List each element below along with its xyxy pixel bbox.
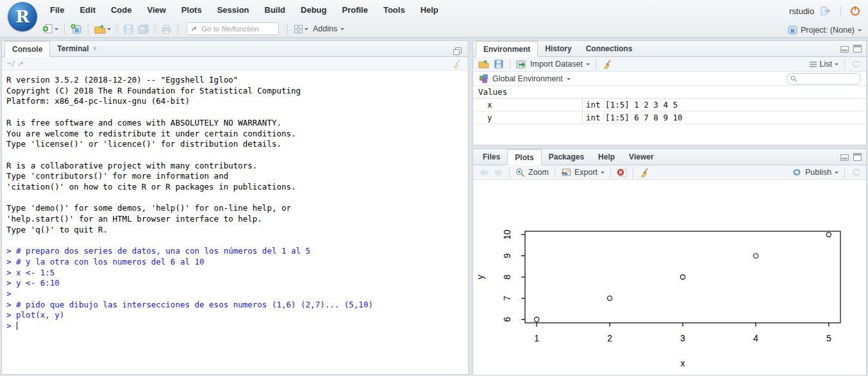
plots-tab-packages[interactable]: Packages xyxy=(542,149,591,165)
global-environment-selector[interactable]: Global Environment xyxy=(478,72,572,86)
clear-environment-button[interactable] xyxy=(601,57,613,71)
separator xyxy=(64,24,65,35)
menu-item-debug[interactable]: Debug xyxy=(293,5,334,15)
environment-values: xint [1:5] 1 2 3 4 5yint [1:5] 6 7 8 9 1… xyxy=(473,99,866,124)
save-all-button[interactable] xyxy=(137,22,150,36)
env-var-row-x[interactable]: xint [1:5] 1 2 3 4 5 xyxy=(473,99,866,111)
separator xyxy=(840,6,841,17)
menu-item-tools[interactable]: Tools xyxy=(376,5,413,15)
separator xyxy=(844,59,845,70)
new-file-icon xyxy=(42,24,53,34)
maximize-panel-button[interactable] xyxy=(853,45,862,53)
tab-label: Plots xyxy=(515,153,533,162)
separator xyxy=(509,167,510,178)
import-dataset-button[interactable]: Import Dataset xyxy=(515,57,591,71)
addins-grid-button[interactable] xyxy=(292,22,310,36)
zoom-icon xyxy=(515,168,525,177)
list-icon xyxy=(809,61,817,68)
open-folder-icon xyxy=(478,60,489,69)
project-selector[interactable]: R Project: (None) xyxy=(787,23,863,37)
minimize-panel-button[interactable] xyxy=(840,154,849,161)
chevron-down-icon xyxy=(858,29,862,33)
load-workspace-button[interactable] xyxy=(477,57,490,71)
new-file-button[interactable] xyxy=(41,22,60,36)
working-directory-label: ~/ xyxy=(7,60,15,68)
previous-plot-button[interactable] xyxy=(477,165,490,179)
console-quickbar: ~/ xyxy=(2,57,468,70)
console-tab-console[interactable]: Console xyxy=(4,41,50,57)
clear-all-plots-button[interactable] xyxy=(638,165,651,179)
clear-console-button[interactable] xyxy=(450,56,463,70)
console-line: > xyxy=(6,289,463,300)
environment-tab-connections[interactable]: Connections xyxy=(579,41,640,56)
environment-tab-history[interactable]: History xyxy=(538,41,578,56)
save-button[interactable] xyxy=(122,22,135,36)
maximize-panel-button[interactable] xyxy=(853,153,862,161)
variable-value: int [1:5] 1 2 3 4 5 xyxy=(582,99,866,111)
console-tabbar: ConsoleTerminal× xyxy=(2,41,468,57)
separator xyxy=(88,24,88,35)
console-line: R is free software and comes with ABSOLU… xyxy=(6,118,463,129)
plots-tab-files[interactable]: Files xyxy=(476,149,507,165)
scope-label: Global Environment xyxy=(492,74,563,83)
import-dataset-icon xyxy=(516,60,527,69)
menu-item-view[interactable]: View xyxy=(139,5,173,15)
remove-plot-button[interactable] xyxy=(615,165,628,179)
menu-item-session[interactable]: Session xyxy=(210,5,257,15)
separator xyxy=(633,167,633,178)
menu-item-edit[interactable]: Edit xyxy=(72,5,103,15)
plots-toolbar: Zoom Export xyxy=(473,165,866,180)
new-project-button[interactable]: R xyxy=(69,22,83,36)
svg-text:9: 9 xyxy=(502,253,512,258)
plots-tab-plots[interactable]: Plots xyxy=(507,149,541,165)
export-plot-button[interactable]: Export xyxy=(560,165,606,179)
console-line xyxy=(6,150,463,161)
list-view-button[interactable]: List xyxy=(808,57,840,71)
variable-name: y xyxy=(473,111,582,124)
text-cursor xyxy=(17,322,17,330)
refresh-plot-button[interactable] xyxy=(849,165,862,179)
env-var-row-y[interactable]: yint [1:5] 6 7 8 9 10 xyxy=(473,111,866,124)
save-workspace-button[interactable] xyxy=(492,57,505,71)
refresh-icon xyxy=(851,60,861,69)
plots-tab-viewer[interactable]: Viewer xyxy=(622,149,660,165)
scatter-plot: 12345678910xy xyxy=(473,180,866,375)
console-line: Type 'contributors()' for more informati… xyxy=(6,171,463,182)
console-line: > y <- 6:10 xyxy=(6,278,463,289)
chevron-down-icon xyxy=(107,28,111,32)
power-icon xyxy=(850,6,860,16)
quit-session-button[interactable] xyxy=(849,4,862,18)
sign-out-icon xyxy=(821,6,831,15)
menu-item-code[interactable]: Code xyxy=(103,5,140,15)
environment-search-input[interactable] xyxy=(799,75,857,83)
svg-text:3: 3 xyxy=(680,333,685,343)
open-folder-icon xyxy=(94,24,106,34)
refresh-environment-button[interactable] xyxy=(849,57,862,71)
environment-panel: EnvironmentHistoryConnections xyxy=(472,40,867,145)
menu-item-build[interactable]: Build xyxy=(257,5,294,15)
console-line: > # y la otra con los numeros del 6 al 1… xyxy=(6,257,463,268)
menu-item-file[interactable]: File xyxy=(42,5,72,15)
menu-item-help[interactable]: Help xyxy=(413,5,446,15)
addins-button[interactable]: Addins xyxy=(312,22,346,36)
environment-toolbar: Import Dataset List xyxy=(473,57,866,72)
open-file-button[interactable] xyxy=(93,22,112,36)
sign-out-button[interactable] xyxy=(819,4,833,18)
broom-icon xyxy=(602,60,612,69)
svg-text:2: 2 xyxy=(607,333,612,343)
new-project-icon: R xyxy=(71,24,82,34)
next-plot-button[interactable] xyxy=(492,165,505,179)
console-tab-terminal[interactable]: Terminal× xyxy=(50,41,104,56)
minimize-panel-button[interactable] xyxy=(840,46,849,53)
zoom-plot-button[interactable]: Zoom xyxy=(514,165,550,179)
popout-icon[interactable] xyxy=(18,60,26,67)
print-button[interactable] xyxy=(160,22,173,36)
menu-item-plots[interactable]: Plots xyxy=(174,5,210,15)
goto-file-input[interactable] xyxy=(201,25,274,33)
menu-item-profile[interactable]: Profile xyxy=(334,5,375,15)
publish-button[interactable]: Publish xyxy=(790,165,840,179)
plots-tab-help[interactable]: Help xyxy=(591,149,622,165)
close-icon[interactable]: × xyxy=(92,44,97,53)
values-section-label: Values xyxy=(473,86,866,99)
environment-tab-environment[interactable]: Environment xyxy=(476,41,538,57)
